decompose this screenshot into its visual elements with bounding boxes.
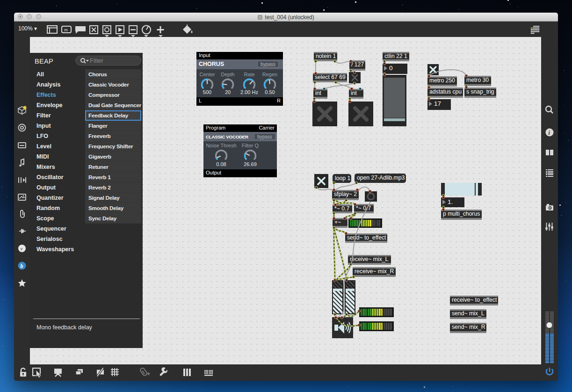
svg-text:Center: Center bbox=[199, 72, 215, 77]
svg-text:Depth: Depth bbox=[221, 72, 234, 77]
svg-text:Filter Q: Filter Q bbox=[242, 143, 259, 148]
svg-text:0.50: 0.50 bbox=[265, 89, 275, 95]
svg-text:20: 20 bbox=[225, 89, 231, 95]
svg-text:Regen: Regen bbox=[262, 72, 277, 77]
svg-text:2.00 Hz: 2.00 Hz bbox=[240, 89, 258, 95]
svg-text:v: v bbox=[21, 246, 23, 251]
svg-text:500: 500 bbox=[203, 89, 211, 95]
svg-text:26.69: 26.69 bbox=[244, 161, 257, 167]
svg-text:Noise Thresh: Noise Thresh bbox=[206, 143, 236, 148]
svg-text:Rate: Rate bbox=[244, 72, 254, 77]
svg-text:0.08: 0.08 bbox=[216, 161, 226, 167]
svg-text:b: b bbox=[21, 263, 23, 269]
svg-text:m: m bbox=[64, 27, 68, 32]
